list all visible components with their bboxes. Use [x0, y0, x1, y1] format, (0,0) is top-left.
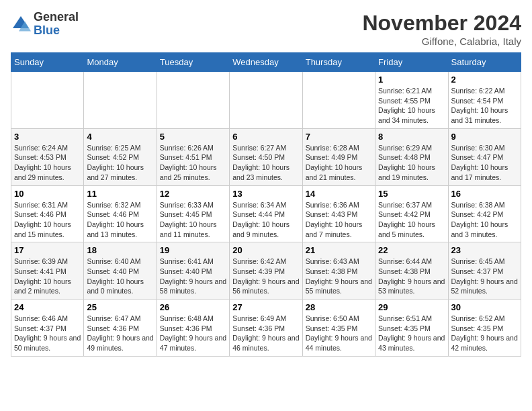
logo-general: General — [34, 11, 79, 24]
title-block: November 2024 Giffone, Calabria, Italy — [362, 11, 521, 47]
logo: General Blue — [11, 11, 79, 38]
calendar-cell: 19Sunrise: 6:41 AMSunset: 4:40 PMDayligh… — [157, 242, 229, 300]
calendar-cell: 17Sunrise: 6:39 AMSunset: 4:41 PMDayligh… — [11, 242, 84, 300]
day-info: Sunrise: 6:41 AMSunset: 4:40 PMDaylight:… — [160, 257, 226, 296]
day-info: Sunrise: 6:44 AMSunset: 4:38 PMDaylight:… — [378, 257, 445, 296]
calendar-cell: 9Sunrise: 6:30 AMSunset: 4:47 PMDaylight… — [448, 128, 521, 185]
day-number: 22 — [378, 245, 445, 255]
weekday-header: Thursday — [302, 53, 375, 72]
day-info: Sunrise: 6:24 AMSunset: 4:53 PMDaylight:… — [14, 143, 81, 183]
day-number: 26 — [160, 302, 226, 312]
day-number: 9 — [451, 132, 518, 142]
calendar-cell: 16Sunrise: 6:38 AMSunset: 4:42 PMDayligh… — [448, 185, 521, 242]
logo-text: General Blue — [34, 11, 79, 38]
day-number: 16 — [451, 189, 518, 199]
day-info: Sunrise: 6:30 AMSunset: 4:47 PMDaylight:… — [451, 143, 518, 183]
weekday-header: Monday — [84, 53, 157, 72]
day-number: 18 — [87, 245, 153, 255]
calendar-cell: 13Sunrise: 6:34 AMSunset: 4:44 PMDayligh… — [230, 185, 302, 242]
calendar-cell: 4Sunrise: 6:25 AMSunset: 4:52 PMDaylight… — [84, 128, 157, 185]
calendar-cell: 10Sunrise: 6:31 AMSunset: 4:46 PMDayligh… — [11, 185, 84, 242]
calendar-cell: 30Sunrise: 6:52 AMSunset: 4:35 PMDayligh… — [448, 300, 521, 357]
day-info: Sunrise: 6:27 AMSunset: 4:50 PMDaylight:… — [232, 143, 299, 183]
calendar-cell: 21Sunrise: 6:43 AMSunset: 4:38 PMDayligh… — [302, 242, 375, 300]
day-info: Sunrise: 6:32 AMSunset: 4:46 PMDaylight:… — [87, 200, 153, 240]
day-info: Sunrise: 6:26 AMSunset: 4:51 PMDaylight:… — [160, 143, 226, 183]
day-info: Sunrise: 6:31 AMSunset: 4:46 PMDaylight:… — [14, 200, 81, 240]
day-number: 17 — [14, 245, 81, 255]
day-info: Sunrise: 6:38 AMSunset: 4:42 PMDaylight:… — [451, 200, 518, 240]
day-number: 1 — [378, 75, 445, 85]
calendar-cell: 29Sunrise: 6:51 AMSunset: 4:35 PMDayligh… — [375, 300, 448, 357]
day-number: 15 — [378, 189, 445, 199]
weekday-header: Friday — [375, 53, 448, 72]
day-info: Sunrise: 6:29 AMSunset: 4:48 PMDaylight:… — [378, 143, 445, 183]
calendar-cell: 6Sunrise: 6:27 AMSunset: 4:50 PMDaylight… — [230, 128, 302, 185]
calendar-cell: 25Sunrise: 6:47 AMSunset: 4:36 PMDayligh… — [84, 300, 157, 357]
calendar-header: SundayMondayTuesdayWednesdayThursdayFrid… — [11, 53, 521, 72]
weekday-header: Wednesday — [230, 53, 302, 72]
day-number: 12 — [160, 189, 226, 199]
calendar-week-row: 3Sunrise: 6:24 AMSunset: 4:53 PMDaylight… — [11, 128, 521, 185]
month-title: November 2024 — [362, 11, 521, 36]
day-number: 19 — [160, 245, 226, 255]
calendar-cell — [302, 72, 375, 129]
day-number: 7 — [306, 132, 372, 142]
day-number: 23 — [451, 245, 518, 255]
day-info: Sunrise: 6:48 AMSunset: 4:36 PMDaylight:… — [160, 314, 226, 353]
day-number: 2 — [451, 75, 518, 85]
calendar-cell: 1Sunrise: 6:21 AMSunset: 4:55 PMDaylight… — [375, 72, 448, 129]
calendar-cell: 15Sunrise: 6:37 AMSunset: 4:42 PMDayligh… — [375, 185, 448, 242]
day-info: Sunrise: 6:40 AMSunset: 4:40 PMDaylight:… — [87, 257, 153, 296]
day-number: 8 — [378, 132, 445, 142]
calendar-cell: 11Sunrise: 6:32 AMSunset: 4:46 PMDayligh… — [84, 185, 157, 242]
weekday-header: Tuesday — [157, 53, 229, 72]
calendar-week-row: 1Sunrise: 6:21 AMSunset: 4:55 PMDaylight… — [11, 72, 521, 129]
location: Giffone, Calabria, Italy — [362, 36, 521, 47]
calendar-cell: 24Sunrise: 6:46 AMSunset: 4:37 PMDayligh… — [11, 300, 84, 357]
day-number: 14 — [306, 189, 372, 199]
day-number: 10 — [14, 189, 81, 199]
calendar-cell — [230, 72, 302, 129]
day-number: 25 — [87, 302, 153, 312]
day-number: 4 — [87, 132, 153, 142]
calendar-cell: 7Sunrise: 6:28 AMSunset: 4:49 PMDaylight… — [302, 128, 375, 185]
day-info: Sunrise: 6:25 AMSunset: 4:52 PMDaylight:… — [87, 143, 153, 183]
day-info: Sunrise: 6:21 AMSunset: 4:55 PMDaylight:… — [378, 86, 445, 126]
calendar-cell: 14Sunrise: 6:36 AMSunset: 4:43 PMDayligh… — [302, 185, 375, 242]
day-number: 6 — [232, 132, 299, 142]
day-info: Sunrise: 6:49 AMSunset: 4:36 PMDaylight:… — [232, 314, 299, 353]
calendar-cell: 3Sunrise: 6:24 AMSunset: 4:53 PMDaylight… — [11, 128, 84, 185]
calendar-cell: 5Sunrise: 6:26 AMSunset: 4:51 PMDaylight… — [157, 128, 229, 185]
day-info: Sunrise: 6:42 AMSunset: 4:39 PMDaylight:… — [232, 257, 299, 296]
day-info: Sunrise: 6:43 AMSunset: 4:38 PMDaylight:… — [306, 257, 372, 296]
day-number: 3 — [14, 132, 81, 142]
day-info: Sunrise: 6:50 AMSunset: 4:35 PMDaylight:… — [306, 314, 372, 353]
calendar-cell — [84, 72, 157, 129]
day-info: Sunrise: 6:28 AMSunset: 4:49 PMDaylight:… — [306, 143, 372, 183]
calendar-cell: 20Sunrise: 6:42 AMSunset: 4:39 PMDayligh… — [230, 242, 302, 300]
calendar-cell — [157, 72, 229, 129]
calendar-cell: 28Sunrise: 6:50 AMSunset: 4:35 PMDayligh… — [302, 300, 375, 357]
calendar-week-row: 17Sunrise: 6:39 AMSunset: 4:41 PMDayligh… — [11, 242, 521, 300]
calendar-body: 1Sunrise: 6:21 AMSunset: 4:55 PMDaylight… — [11, 72, 521, 357]
day-number: 29 — [378, 302, 445, 312]
day-info: Sunrise: 6:34 AMSunset: 4:44 PMDaylight:… — [232, 200, 299, 240]
day-info: Sunrise: 6:45 AMSunset: 4:37 PMDaylight:… — [451, 257, 518, 296]
calendar-cell: 18Sunrise: 6:40 AMSunset: 4:40 PMDayligh… — [84, 242, 157, 300]
day-info: Sunrise: 6:36 AMSunset: 4:43 PMDaylight:… — [306, 200, 372, 240]
calendar-cell: 23Sunrise: 6:45 AMSunset: 4:37 PMDayligh… — [448, 242, 521, 300]
day-number: 5 — [160, 132, 226, 142]
logo-blue: Blue — [34, 24, 79, 38]
day-info: Sunrise: 6:33 AMSunset: 4:45 PMDaylight:… — [160, 200, 226, 240]
day-number: 27 — [232, 302, 299, 312]
day-number: 30 — [451, 302, 518, 312]
calendar-cell: 26Sunrise: 6:48 AMSunset: 4:36 PMDayligh… — [157, 300, 229, 357]
page-header: General Blue November 2024 Giffone, Cala… — [11, 11, 521, 47]
day-info: Sunrise: 6:37 AMSunset: 4:42 PMDaylight:… — [378, 200, 445, 240]
calendar-week-row: 10Sunrise: 6:31 AMSunset: 4:46 PMDayligh… — [11, 185, 521, 242]
day-info: Sunrise: 6:39 AMSunset: 4:41 PMDaylight:… — [14, 257, 81, 296]
calendar-table: SundayMondayTuesdayWednesdayThursdayFrid… — [11, 52, 521, 357]
logo-icon — [11, 14, 31, 34]
day-info: Sunrise: 6:22 AMSunset: 4:54 PMDaylight:… — [451, 86, 518, 126]
